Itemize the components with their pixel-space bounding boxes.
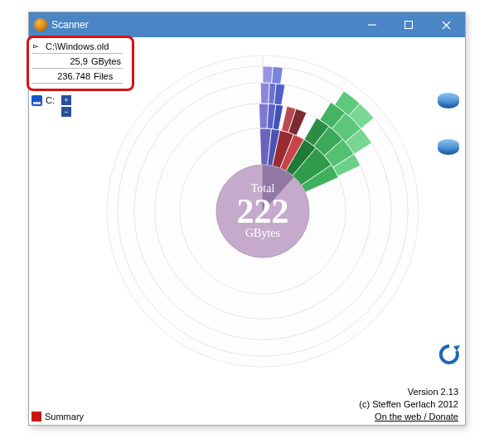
copyright-label: (c) Steffen Gerlach 2012 [359, 398, 458, 411]
footer: Version 2.13 (c) Steffen Gerlach 2012 On… [359, 386, 458, 423]
drive-collapse-button[interactable]: − [61, 107, 71, 117]
summary-icon[interactable] [31, 412, 41, 422]
scanner-window: Scanner ▻ C:\Windows.old [28, 12, 466, 426]
minimize-button[interactable] [354, 12, 390, 37]
app-icon [34, 18, 47, 31]
svg-rect-1 [405, 22, 413, 29]
titlebar[interactable]: Scanner [29, 12, 465, 37]
refresh-button[interactable] [438, 344, 460, 365]
summary-label[interactable]: Summary [45, 412, 84, 422]
drive-label[interactable]: C: [46, 95, 55, 105]
donate-link[interactable]: On the web / Donate [359, 411, 458, 423]
client-area: ▻ C:\Windows.old 25,9 GBytes 236.748 Fil… [29, 37, 465, 425]
maximize-button[interactable] [390, 12, 427, 37]
svg-marker-4 [453, 345, 460, 351]
close-button[interactable] [427, 12, 465, 37]
window-title: Scanner [51, 19, 354, 31]
arrow-icon: ▻ [33, 41, 46, 51]
pie-tool-2[interactable] [437, 137, 460, 155]
selection-files-value: 236.748 [46, 71, 94, 81]
pie-tool-1[interactable] [437, 90, 460, 108]
drive-expand-button[interactable]: + [61, 95, 71, 105]
drive-icon[interactable] [31, 95, 42, 106]
sunburst-chart[interactable]: Total 222 GBytes [105, 54, 420, 369]
selection-path: C:\Windows.old [46, 41, 109, 51]
version-label: Version 2.13 [359, 386, 458, 398]
drive-block: C: + − [31, 95, 71, 117]
selection-path-row: ▻ C:\Windows.old [31, 39, 123, 54]
selection-size-value: 25,9 [45, 56, 91, 66]
